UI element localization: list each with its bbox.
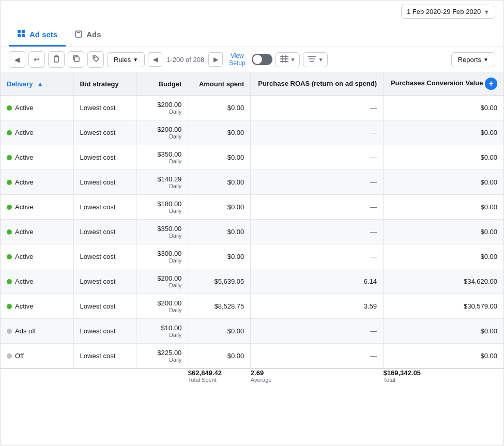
tab-ad-sets-label: Ad sets xyxy=(29,30,57,39)
add-column-button[interactable]: + xyxy=(485,78,497,90)
setup-label: Setup xyxy=(229,59,245,67)
copy-button[interactable] xyxy=(68,51,84,68)
chevron-down-icon: ▼ xyxy=(484,9,490,15)
toggle-switch[interactable] xyxy=(252,54,272,65)
budget-cell: $200.00Daily xyxy=(136,269,188,294)
filter-chevron-icon: ▼ xyxy=(318,57,323,63)
budget-cell: $350.00Daily xyxy=(136,220,188,244)
purchase-roas-cell: — xyxy=(251,170,384,195)
total-conversion-value: $169,342.05 Total xyxy=(384,368,503,383)
table-body: ActiveLowest cost$200.00Daily$0.00—$0.00… xyxy=(1,96,503,369)
table-row[interactable]: Ads offLowest cost$10.00Daily$0.00—$0.00 xyxy=(1,319,503,344)
svg-rect-0 xyxy=(18,30,21,33)
sort-icon: ▲ xyxy=(37,80,43,88)
amount-spent-cell: $0.00 xyxy=(188,145,251,170)
table-row[interactable]: ActiveLowest cost$180.00Daily$0.00—$0.00 xyxy=(1,195,503,220)
col-bid-strategy[interactable]: Bid strategy xyxy=(73,72,136,96)
arrow-right-icon: ▶ xyxy=(213,56,218,63)
purchase-conversion-cell: $0.00 xyxy=(384,96,503,120)
col-amount-spent[interactable]: Amount spent xyxy=(188,72,251,96)
purchase-conversion-cell: $0.00 xyxy=(384,120,503,145)
tag-button[interactable] xyxy=(87,51,104,68)
table-row[interactable]: ActiveLowest cost$300.00Daily$0.00—$0.00 xyxy=(1,244,503,269)
rules-label: Rules xyxy=(114,56,131,64)
purchase-roas-cell: 3.59 xyxy=(251,294,384,319)
table-row[interactable]: ActiveLowest cost$350.00Daily$0.00—$0.00 xyxy=(1,145,503,170)
totals-empty xyxy=(1,368,188,383)
delivery-status: Active xyxy=(15,302,33,310)
nav-back-button[interactable]: ◀ xyxy=(9,51,25,68)
svg-rect-2 xyxy=(18,34,21,37)
tab-ads[interactable]: Ads xyxy=(66,23,109,47)
table-row[interactable]: ActiveLowest cost$350.00Daily$0.00—$0.00 xyxy=(1,220,503,244)
bid-strategy-cell: Lowest cost xyxy=(73,195,136,220)
budget-cell: $200.00Daily xyxy=(136,294,188,319)
budget-cell: $350.00Daily xyxy=(136,145,188,170)
purchase-roas-cell: — xyxy=(251,195,384,220)
budget-cell: $200.00Daily xyxy=(136,120,188,145)
status-dot xyxy=(7,254,12,259)
filter-button[interactable]: ▼ xyxy=(303,52,328,67)
amount-spent-cell: $0.00 xyxy=(188,120,251,145)
svg-rect-7 xyxy=(74,57,79,61)
purchase-roas-cell: — xyxy=(251,145,384,170)
delivery-cell: Active xyxy=(1,244,73,269)
purchase-conversion-cell: $0.00 xyxy=(384,195,503,220)
delivery-status: Active xyxy=(15,228,33,236)
bid-strategy-cell: Lowest cost xyxy=(73,120,136,145)
rules-chevron-icon: ▼ xyxy=(133,57,138,63)
amount-spent-cell: $8,528.75 xyxy=(188,294,251,319)
total-roas: 2.69 Average xyxy=(251,368,384,383)
table-row[interactable]: ActiveLowest cost$200.00Daily$0.00—$0.00 xyxy=(1,120,503,145)
table-header-row: Delivery ▲ Bid strategy Budget Amount sp… xyxy=(1,72,503,96)
top-bar: 1 Feb 2020-29 Feb 2020 ▼ xyxy=(1,1,503,23)
purchase-roas-cell: — xyxy=(251,319,384,344)
table-row[interactable]: OffLowest cost$225.00Daily$0.00—$0.00 xyxy=(1,344,503,369)
next-page-button[interactable]: ▶ xyxy=(208,52,223,67)
tab-navigation: Ad sets Ads xyxy=(1,23,503,47)
delivery-cell: Ads off xyxy=(1,319,73,344)
columns-view-button[interactable]: ▼ xyxy=(276,52,300,67)
bid-strategy-cell: Lowest cost xyxy=(73,294,136,319)
status-dot xyxy=(7,229,12,235)
purchase-conversion-cell: $0.00 xyxy=(384,244,503,269)
columns-icon xyxy=(280,55,288,64)
col-delivery[interactable]: Delivery ▲ xyxy=(1,72,73,96)
delivery-status: Active xyxy=(15,278,33,285)
delivery-status: Off xyxy=(15,352,24,360)
delivery-status: Active xyxy=(15,153,33,161)
status-dot xyxy=(7,105,12,111)
delete-button[interactable] xyxy=(48,51,65,68)
purchase-roas-cell: — xyxy=(251,96,384,120)
purchase-conversion-cell: $30,579.00 xyxy=(384,294,503,319)
amount-spent-cell: $0.00 xyxy=(188,244,251,269)
svg-rect-1 xyxy=(22,30,25,33)
status-dot xyxy=(7,205,12,210)
date-range-picker[interactable]: 1 Feb 2020-29 Feb 2020 ▼ xyxy=(401,5,495,19)
col-purchase-conversion-value[interactable]: Purchases Conversion Value + xyxy=(384,72,503,96)
table-row[interactable]: ActiveLowest cost$140.29Daily$0.00—$0.00 xyxy=(1,170,503,195)
tab-ad-sets[interactable]: Ad sets xyxy=(9,23,66,47)
undo-button[interactable]: ↩ xyxy=(28,51,45,68)
purchase-conversion-cell: $0.00 xyxy=(384,344,503,369)
budget-cell: $225.00Daily xyxy=(136,344,188,369)
table-wrapper: Delivery ▲ Bid strategy Budget Amount sp… xyxy=(1,72,503,445)
rules-button[interactable]: Rules ▼ xyxy=(107,52,145,67)
view-setup-button[interactable]: View Setup xyxy=(229,52,245,67)
svg-rect-4 xyxy=(75,31,82,37)
delivery-cell: Off xyxy=(1,344,73,369)
budget-cell: $300.00Daily xyxy=(136,244,188,269)
table-row[interactable]: ActiveLowest cost$200.00Daily$5,639.056.… xyxy=(1,269,503,294)
col-budget[interactable]: Budget xyxy=(136,72,188,96)
pagination-info: 1-200 of 208 xyxy=(166,56,204,64)
col-purchase-roas[interactable]: Purchase ROAS (return on ad spend) xyxy=(251,72,384,96)
purchase-conversion-cell: $0.00 xyxy=(384,145,503,170)
reports-button[interactable]: Reports ▼ xyxy=(451,52,495,67)
budget-cell: $200.00Daily xyxy=(136,96,188,120)
undo-icon: ↩ xyxy=(34,55,40,64)
table-row[interactable]: ActiveLowest cost$200.00Daily$0.00—$0.00 xyxy=(1,96,503,120)
table-row[interactable]: ActiveLowest cost$200.00Daily$8,528.753.… xyxy=(1,294,503,319)
svg-rect-3 xyxy=(22,34,25,37)
prev-page-button[interactable]: ◀ xyxy=(148,52,162,67)
delivery-status: Active xyxy=(15,203,33,211)
